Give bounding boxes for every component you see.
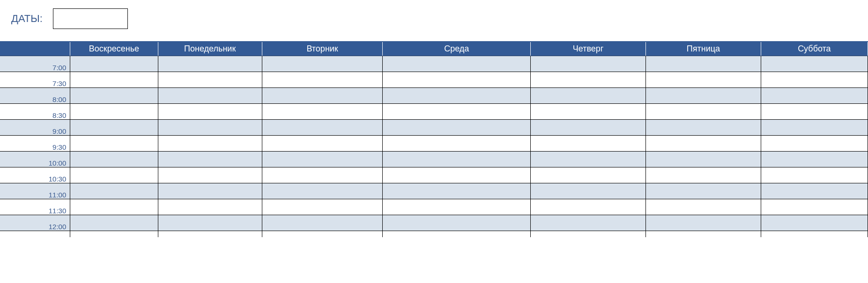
schedule-cell[interactable]: [531, 151, 646, 167]
schedule-cell[interactable]: [158, 119, 262, 135]
schedule-cell[interactable]: [646, 119, 761, 135]
schedule-cell[interactable]: [70, 231, 158, 237]
schedule-cell[interactable]: [383, 103, 531, 119]
schedule-cell[interactable]: [531, 72, 646, 87]
schedule-cell[interactable]: [70, 119, 158, 135]
schedule-cell[interactable]: [70, 199, 158, 215]
schedule-cell[interactable]: [158, 199, 262, 215]
schedule-cell[interactable]: [761, 56, 868, 72]
schedule-cell[interactable]: [383, 215, 531, 231]
schedule-cell[interactable]: [262, 167, 382, 183]
time-cell: 8:30: [0, 103, 70, 119]
time-cell: [0, 231, 70, 237]
schedule-cell[interactable]: [262, 199, 382, 215]
schedule-cell[interactable]: [262, 87, 382, 103]
schedule-cell[interactable]: [531, 183, 646, 199]
time-cell: 10:00: [0, 151, 70, 167]
time-cell: 7:00: [0, 56, 70, 72]
schedule-cell[interactable]: [383, 87, 531, 103]
schedule-cell[interactable]: [158, 167, 262, 183]
schedule-cell[interactable]: [262, 135, 382, 151]
schedule-cell[interactable]: [70, 183, 158, 199]
schedule-cell[interactable]: [70, 167, 158, 183]
schedule-cell[interactable]: [646, 103, 761, 119]
schedule-cell[interactable]: [646, 151, 761, 167]
schedule-cell[interactable]: [158, 231, 262, 237]
schedule-cell[interactable]: [158, 135, 262, 151]
schedule-cell[interactable]: [70, 215, 158, 231]
time-cell: 9:00: [0, 119, 70, 135]
schedule-cell[interactable]: [761, 231, 868, 237]
schedule-cell[interactable]: [646, 72, 761, 87]
schedule-cell[interactable]: [646, 87, 761, 103]
schedule-cell[interactable]: [383, 135, 531, 151]
table-row: 7:30: [0, 72, 868, 87]
schedule-cell[interactable]: [70, 103, 158, 119]
schedule-cell[interactable]: [70, 135, 158, 151]
schedule-cell[interactable]: [262, 56, 382, 72]
schedule-table: Воскресенье Понедельник Вторник Среда Че…: [0, 41, 868, 237]
schedule-cell[interactable]: [262, 119, 382, 135]
schedule-cell[interactable]: [262, 103, 382, 119]
schedule-cell[interactable]: [70, 87, 158, 103]
schedule-cell[interactable]: [531, 199, 646, 215]
schedule-cell[interactable]: [761, 199, 868, 215]
schedule-cell[interactable]: [383, 167, 531, 183]
schedule-cell[interactable]: [531, 103, 646, 119]
schedule-cell[interactable]: [383, 56, 531, 72]
schedule-cell[interactable]: [761, 215, 868, 231]
schedule-cell[interactable]: [158, 215, 262, 231]
table-header-row: Воскресенье Понедельник Вторник Среда Че…: [0, 42, 868, 56]
schedule-cell[interactable]: [761, 135, 868, 151]
schedule-cell[interactable]: [383, 72, 531, 87]
schedule-cell[interactable]: [70, 151, 158, 167]
schedule-cell[interactable]: [646, 231, 761, 237]
schedule-cell[interactable]: [646, 183, 761, 199]
schedule-cell[interactable]: [761, 167, 868, 183]
schedule-cell[interactable]: [158, 56, 262, 72]
table-row: 10:30: [0, 167, 868, 183]
schedule-cell[interactable]: [70, 56, 158, 72]
schedule-cell[interactable]: [531, 215, 646, 231]
schedule-cell[interactable]: [761, 183, 868, 199]
table-row: 10:00: [0, 151, 868, 167]
schedule-cell[interactable]: [531, 56, 646, 72]
schedule-cell[interactable]: [646, 56, 761, 72]
day-header-thu: Четверг: [531, 42, 646, 56]
schedule-cell[interactable]: [158, 151, 262, 167]
schedule-cell[interactable]: [646, 167, 761, 183]
schedule-cell[interactable]: [531, 87, 646, 103]
table-row: 9:30: [0, 135, 868, 151]
schedule-cell[interactable]: [383, 199, 531, 215]
schedule-cell[interactable]: [646, 135, 761, 151]
schedule-cell[interactable]: [383, 183, 531, 199]
schedule-cell[interactable]: [70, 72, 158, 87]
schedule-cell[interactable]: [262, 231, 382, 237]
schedule-cell[interactable]: [761, 119, 868, 135]
schedule-cell[interactable]: [383, 119, 531, 135]
time-cell: 8:00: [0, 87, 70, 103]
schedule-cell[interactable]: [158, 103, 262, 119]
schedule-cell[interactable]: [262, 215, 382, 231]
schedule-cell[interactable]: [158, 72, 262, 87]
day-header-fri: Пятница: [646, 42, 761, 56]
schedule-cell[interactable]: [531, 119, 646, 135]
schedule-cell[interactable]: [646, 215, 761, 231]
schedule-cell[interactable]: [383, 151, 531, 167]
schedule-cell[interactable]: [646, 199, 761, 215]
dates-input[interactable]: [53, 8, 128, 29]
table-row: 12:00: [0, 215, 868, 231]
schedule-cell[interactable]: [531, 167, 646, 183]
schedule-cell[interactable]: [761, 103, 868, 119]
schedule-cell[interactable]: [531, 231, 646, 237]
schedule-cell[interactable]: [531, 135, 646, 151]
schedule-cell[interactable]: [383, 231, 531, 237]
schedule-cell[interactable]: [761, 72, 868, 87]
schedule-cell[interactable]: [761, 151, 868, 167]
schedule-cell[interactable]: [761, 87, 868, 103]
schedule-cell[interactable]: [158, 87, 262, 103]
schedule-cell[interactable]: [262, 151, 382, 167]
schedule-cell[interactable]: [158, 183, 262, 199]
schedule-cell[interactable]: [262, 72, 382, 87]
schedule-cell[interactable]: [262, 183, 382, 199]
